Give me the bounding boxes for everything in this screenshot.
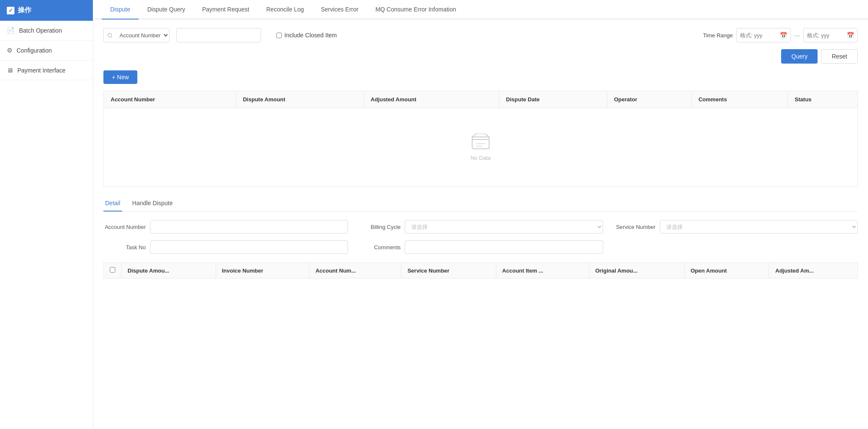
detail-form: Account Number Billing Cycle 请选择 Service…	[103, 220, 858, 254]
sidebar-title: 操作	[18, 6, 31, 15]
bottom-col-header-open-amount: Open Amount	[684, 263, 769, 279]
section-tab-handle-dispute[interactable]: Handle Dispute	[131, 195, 175, 212]
svg-line-1	[111, 36, 112, 37]
tab-mq-consume-error[interactable]: MQ Consume Error Infomation	[367, 0, 465, 20]
billing-cycle-field: Billing Cycle 请选择	[358, 220, 603, 234]
tab-services-error[interactable]: Services Error	[312, 0, 367, 20]
sidebar-header: 操作	[0, 0, 93, 21]
col-header-adjusted-amount: Adjusted Amount	[364, 91, 499, 108]
bottom-col-header-account-number: Account Num...	[309, 263, 401, 279]
search-input[interactable]	[176, 28, 261, 42]
search-icon	[104, 33, 116, 38]
no-data-text: No Data	[470, 155, 491, 161]
main-table-body: No Data	[104, 108, 858, 187]
task-no-input[interactable]	[150, 240, 348, 254]
include-closed-label: Include Closed Item	[284, 32, 337, 39]
filter-row: Account Number Include Closed Item Time …	[103, 28, 858, 42]
col-header-dispute-date: Dispute Date	[499, 91, 607, 108]
header-checkbox-icon	[7, 7, 14, 14]
col-header-dispute-amount: Dispute Amount	[236, 91, 364, 108]
sidebar-payment-interface-icon: 🖥	[7, 67, 13, 74]
sidebar-items: 📄Batch Operation⚙Configuration🖥Payment I…	[0, 21, 93, 80]
no-data-icon	[470, 134, 491, 150]
main-table: Account NumberDispute AmountAdjusted Amo…	[103, 91, 858, 187]
query-button[interactable]: Query	[781, 49, 818, 64]
tab-dispute-query[interactable]: Dispute Query	[139, 0, 193, 20]
account-number-field: Account Number	[103, 220, 348, 234]
date-range-dash: —	[794, 32, 800, 39]
bottom-col-header-original-amount: Original Amou...	[589, 263, 684, 279]
bottom-table-header: Dispute Amou...Invoice NumberAccount Num…	[104, 263, 858, 279]
sidebar-item-batch-operation[interactable]: 📄Batch Operation	[0, 21, 93, 41]
date-to-input[interactable]	[807, 32, 845, 39]
sidebar-configuration-icon: ⚙	[7, 47, 12, 54]
service-number-label: Service Number	[613, 224, 656, 230]
time-range-section: Time Range 📅 — 📅	[703, 28, 858, 42]
calendar-from-icon[interactable]: 📅	[780, 32, 787, 39]
main-table-header-row: Account NumberDispute AmountAdjusted Amo…	[104, 91, 858, 108]
col-header-comments: Comments	[691, 91, 787, 108]
task-no-label: Task No	[103, 244, 146, 251]
date-from-input[interactable]	[740, 32, 778, 39]
bottom-table-header-row: Dispute Amou...Invoice NumberAccount Num…	[104, 263, 858, 279]
bottom-col-header-checkbox	[104, 263, 122, 279]
sidebar-batch-operation-label: Batch Operation	[19, 27, 62, 34]
no-data-state: No Data	[104, 108, 857, 187]
account-number-input[interactable]	[150, 220, 348, 234]
select-all-checkbox[interactable]	[110, 267, 115, 273]
content-area: Account Number Include Closed Item Time …	[93, 20, 868, 429]
tab-reconcile-log[interactable]: Reconcile Log	[258, 0, 312, 20]
comments-field: Comments	[358, 240, 603, 254]
sidebar-item-payment-interface[interactable]: 🖥Payment Interface	[0, 61, 93, 80]
bottom-col-header-invoice-number: Invoice Number	[216, 263, 309, 279]
bottom-table: Dispute Amou...Invoice NumberAccount Num…	[103, 262, 858, 279]
comments-input[interactable]	[405, 240, 603, 254]
bottom-col-header-service-number: Service Number	[401, 263, 496, 279]
detail-section-tabs: DetailHandle Dispute	[103, 195, 858, 212]
svg-point-0	[108, 33, 112, 37]
bottom-col-header-account-item: Account Item ...	[496, 263, 589, 279]
include-closed-container: Include Closed Item	[276, 32, 337, 39]
sidebar-batch-operation-icon: 📄	[7, 27, 15, 34]
col-header-account-number: Account Number	[104, 91, 236, 108]
svg-rect-2	[472, 137, 489, 149]
tab-payment-request[interactable]: Payment Request	[194, 0, 258, 20]
bottom-col-header-dispute-amount: Dispute Amou...	[122, 263, 216, 279]
time-range-label: Time Range	[703, 32, 733, 39]
sidebar: 操作 📄Batch Operation⚙Configuration🖥Paymen…	[0, 0, 93, 429]
sidebar-configuration-label: Configuration	[17, 47, 52, 54]
billing-cycle-label: Billing Cycle	[358, 224, 401, 230]
service-number-select[interactable]: 请选择	[660, 220, 858, 234]
billing-cycle-select[interactable]: 请选择	[405, 220, 603, 234]
sidebar-item-configuration[interactable]: ⚙Configuration	[0, 41, 93, 61]
reset-button[interactable]: Reset	[821, 49, 858, 64]
col-header-operator: Operator	[607, 91, 691, 108]
service-number-field: Service Number 请选择	[613, 220, 858, 234]
account-number-dropdown[interactable]: Account Number	[103, 28, 170, 42]
date-from-input-wrap[interactable]: 📅	[736, 28, 791, 42]
no-data-row: No Data	[104, 108, 858, 187]
date-to-input-wrap[interactable]: 📅	[803, 28, 858, 42]
account-number-label: Account Number	[103, 224, 146, 230]
sidebar-payment-interface-label: Payment Interface	[17, 67, 66, 74]
task-no-field: Task No	[103, 240, 348, 254]
main-area: DisputeDispute QueryPayment RequestRecon…	[93, 0, 868, 429]
search-type-select[interactable]: Account Number	[116, 28, 169, 42]
new-button-row: + New	[103, 70, 858, 91]
tab-dispute[interactable]: Dispute	[102, 0, 139, 20]
comments-label: Comments	[358, 244, 401, 251]
main-table-header: Account NumberDispute AmountAdjusted Amo…	[104, 91, 858, 108]
include-closed-checkbox[interactable]	[276, 33, 282, 38]
action-buttons-row: Query Reset	[103, 49, 858, 64]
col-header-status: Status	[788, 91, 858, 108]
new-button[interactable]: + New	[103, 70, 137, 84]
section-tab-detail[interactable]: Detail	[103, 195, 122, 212]
bottom-col-header-adjusted-amount: Adjusted Am...	[769, 263, 858, 279]
tab-bar: DisputeDispute QueryPayment RequestRecon…	[93, 0, 868, 20]
calendar-to-icon[interactable]: 📅	[847, 32, 854, 39]
